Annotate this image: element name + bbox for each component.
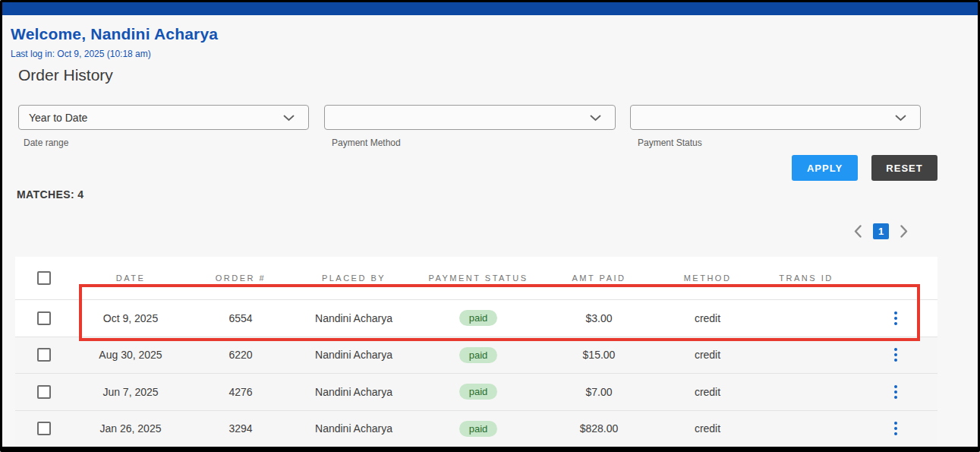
page-title: Order History [18,66,113,84]
table-row: Jan 26, 20253294Nandini Acharyapaid$828.… [15,410,937,447]
column-header-payment-status: PAYMENT STATUS [414,273,542,283]
cell-method: credit [656,312,759,324]
next-page-button[interactable] [900,225,908,238]
date-range-select[interactable]: Year to Date [18,105,309,130]
cell-placed-by: Nandini Acharya [293,312,414,324]
cell-order-number: 3294 [188,422,293,435]
cell-order-number: 4276 [188,386,293,398]
top-nav-bar [2,2,978,15]
pagination: 1 [854,223,908,239]
row-actions-menu-icon[interactable] [888,308,903,328]
column-header-order-number: ORDER # [188,273,293,283]
column-header-method: METHOD [656,273,759,283]
row-actions-menu-icon[interactable] [888,419,903,438]
payment-method-select[interactable] [324,105,616,130]
cell-amount-paid: $3.00 [542,312,656,324]
cell-date: Oct 9, 2025 [73,312,188,324]
cell-method: credit [656,422,759,435]
payment-status-select[interactable] [630,105,921,130]
column-header-date: DATE [73,273,188,283]
row-checkbox[interactable] [37,385,51,399]
column-header-amount-paid: AMT PAID [542,273,656,283]
cell-amount-paid: $828.00 [542,422,656,435]
welcome-heading: Welcome, Nandini Acharya [11,25,218,43]
row-checkbox[interactable] [37,422,51,435]
payment-status-badge: paid [459,310,498,326]
column-header-transaction-id: TRANS ID [759,273,853,283]
current-page-indicator[interactable]: 1 [873,223,889,239]
chevron-down-icon [283,111,295,125]
orders-table: DATE ORDER # PLACED BY PAYMENT STATUS AM… [15,257,937,447]
table-row: Jun 7, 20254276Nandini Acharyapaid$7.00c… [15,373,937,410]
table-row: Oct 9, 20256554Nandini Acharyapaid$3.00c… [15,299,937,337]
matches-count: MATCHES: 4 [17,188,84,201]
last-login-text: Last log in: Oct 9, 2025 (10:18 am) [11,49,151,59]
table-header-row: DATE ORDER # PLACED BY PAYMENT STATUS AM… [15,257,937,299]
payment-status-badge: paid [459,384,498,400]
cell-order-number: 6554 [188,312,293,324]
row-actions-menu-icon[interactable] [888,345,903,365]
payment-status-label: Payment Status [638,137,702,148]
chevron-down-icon [895,111,906,125]
cell-placed-by: Nandini Acharya [293,422,414,435]
cell-placed-by: Nandini Acharya [293,386,414,398]
cell-method: credit [656,386,759,398]
payment-status-badge: paid [459,347,498,363]
cell-date: Jun 7, 2025 [73,386,188,398]
row-checkbox[interactable] [37,348,51,362]
previous-page-button[interactable] [854,225,862,238]
select-all-checkbox[interactable] [37,271,51,285]
reset-button[interactable]: RESET [871,155,937,181]
payment-status-badge: paid [459,421,498,437]
row-actions-menu-icon[interactable] [888,382,903,402]
column-header-placed-by: PLACED BY [293,273,414,283]
payment-method-label: Payment Method [332,137,401,148]
cell-order-number: 6220 [188,349,293,361]
apply-button[interactable]: APPLY [792,155,858,181]
app-window: Welcome, Nandini Acharya Last log in: Oc… [0,0,980,452]
cell-placed-by: Nandini Acharya [293,349,414,361]
date-range-label: Date range [24,137,68,148]
cell-amount-paid: $15.00 [542,349,656,361]
date-range-value: Year to Date [29,112,87,124]
cell-method: credit [656,349,759,361]
cell-date: Jan 26, 2025 [73,422,188,435]
cell-amount-paid: $7.00 [542,386,656,398]
cell-date: Aug 30, 2025 [73,349,188,361]
table-row: Aug 30, 20256220Nandini Acharyapaid$15.0… [15,337,937,374]
row-checkbox[interactable] [37,311,51,325]
chevron-down-icon [590,111,601,125]
